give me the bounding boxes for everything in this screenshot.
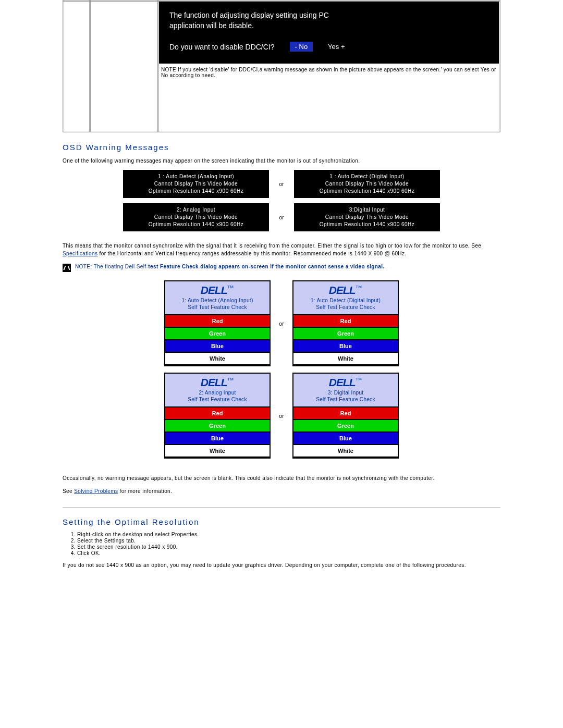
green-bar: Green bbox=[165, 420, 270, 433]
warn1-l1: 1 : Auto Detect (Analog Input) bbox=[128, 173, 264, 180]
warn-box-1: 1 : Auto Detect (Analog Input) Cannot Di… bbox=[123, 170, 269, 198]
no-button[interactable]: - No bbox=[289, 41, 314, 52]
sync-paragraph: This means that the monitor cannot synch… bbox=[63, 242, 500, 257]
red-bar: Red bbox=[293, 408, 398, 420]
ddc-question: Do you want to disable DDC/CI? bbox=[169, 43, 275, 51]
heading-osd-warning: OSD Warning Messages bbox=[63, 143, 500, 152]
warn4-l1: 3:Digital Input bbox=[299, 206, 435, 214]
specifications-link[interactable]: Specifications bbox=[63, 251, 97, 256]
st1-sub2: Self Test Feature Check bbox=[167, 304, 267, 310]
red-bar: Red bbox=[165, 408, 270, 420]
st2-sub2: Self Test Feature Check bbox=[296, 304, 396, 310]
blue-bar: Blue bbox=[293, 433, 398, 445]
solving-problems-link[interactable]: Solving Problems bbox=[74, 488, 118, 494]
tm-label: TM bbox=[356, 377, 362, 381]
st4-sub1: 3: Digital Input bbox=[296, 390, 396, 396]
green-bar: Green bbox=[293, 328, 398, 340]
dell-logo-icon: DELL bbox=[201, 377, 227, 389]
warn4-l3: Optimum Resolution 1440 x900 60Hz bbox=[299, 221, 435, 228]
top-table-col3: The function of adjusting display settin… bbox=[158, 1, 500, 132]
st4-sub2: Self Test Feature Check bbox=[296, 397, 396, 402]
warn2-l1: 1 : Auto Detect (Digital Input) bbox=[299, 173, 435, 180]
note-bold: test Feature Check dialog appears on-scr… bbox=[148, 264, 384, 269]
warn2-l2: Cannot Display This Video Mode bbox=[299, 180, 435, 188]
warn1-l3: Optimum Resolution 1440 x900 60Hz bbox=[128, 188, 264, 195]
warn4-l2: Cannot Display This Video Mode bbox=[299, 214, 435, 221]
st-or-1: or bbox=[271, 280, 292, 366]
warn1-l2: Cannot Display This Video Mode bbox=[128, 180, 264, 188]
tm-label: TM bbox=[227, 377, 234, 381]
tm-label: TM bbox=[356, 285, 362, 289]
step-2: Select the Settings tab. bbox=[77, 538, 500, 544]
ddc-line2: application will be disable. bbox=[169, 21, 488, 30]
yes-button[interactable]: Yes + bbox=[328, 43, 345, 51]
step-4: Click OK. bbox=[77, 550, 500, 556]
selftest-box-4: DELLTM 3: Digital Input Self Test Featur… bbox=[292, 373, 399, 459]
ddc-note: NOTE:If you select 'disable' for DDC/CI,… bbox=[159, 64, 499, 80]
st2-sub1: 1: Auto Detect (Digital Input) bbox=[296, 298, 396, 303]
warn-or-1: or bbox=[269, 170, 294, 198]
warning-message-table: 1 : Auto Detect (Analog Input) Cannot Di… bbox=[123, 170, 440, 231]
step-3: Set the screen resolution to 1440 x 900. bbox=[77, 544, 500, 550]
resolution-steps: Right-click on the desktop and select Pr… bbox=[63, 532, 500, 556]
selftest-box-2: DELLTM 1: Auto Detect (Digital Input) Se… bbox=[292, 280, 399, 366]
note-pre: NOTE: The floating Dell Self- bbox=[75, 264, 148, 269]
blue-bar: Blue bbox=[165, 340, 270, 353]
selftest-box-1: DELLTM 1: Auto Detect (Analog Input) Sel… bbox=[164, 280, 271, 366]
tm-label: TM bbox=[227, 285, 234, 289]
top-table-col2 bbox=[90, 1, 158, 132]
white-bar: White bbox=[165, 353, 270, 365]
red-bar: Red bbox=[165, 315, 270, 328]
step-1: Right-click on the desktop and select Pr… bbox=[77, 532, 500, 537]
selftest-note: NOTE: The floating Dell Self-test Featur… bbox=[63, 264, 500, 272]
top-table: The function of adjusting display settin… bbox=[63, 0, 500, 132]
ddc-dialog: The function of adjusting display settin… bbox=[159, 2, 499, 64]
blue-bar: Blue bbox=[165, 433, 270, 445]
warn-box-3: 2: Analog Input Cannot Display This Vide… bbox=[123, 203, 269, 231]
section-divider bbox=[63, 508, 500, 508]
sync-pre: This means that the monitor cannot synch… bbox=[63, 243, 481, 249]
dell-logo-icon: DELL bbox=[329, 285, 356, 297]
note-icon bbox=[63, 264, 71, 272]
white-bar: White bbox=[165, 445, 270, 458]
warn-box-4: 3:Digital Input Cannot Display This Vide… bbox=[294, 203, 440, 231]
dell-logo-icon: DELL bbox=[329, 377, 356, 389]
sync-post: for the Horizontal and Vertical frequenc… bbox=[100, 251, 407, 256]
note-text: NOTE: The floating Dell Self-test Featur… bbox=[75, 264, 385, 269]
green-bar: Green bbox=[293, 420, 398, 433]
warn-box-2: 1 : Auto Detect (Digital Input) Cannot D… bbox=[294, 170, 440, 198]
selftest-box-3: DELLTM 2: Analog Input Self Test Feature… bbox=[164, 373, 271, 459]
osd-intro-text: One of the following warning messages ma… bbox=[63, 157, 500, 165]
warn3-l2: Cannot Display This Video Mode bbox=[128, 214, 264, 221]
resolution-paragraph: If you do not see 1440 x 900 as an optio… bbox=[63, 561, 500, 569]
white-bar: White bbox=[293, 445, 398, 458]
top-table-col1 bbox=[64, 1, 90, 132]
st3-sub2: Self Test Feature Check bbox=[167, 397, 267, 402]
warn3-l3: Optimum Resolution 1440 x900 60Hz bbox=[128, 221, 264, 228]
warn-or-2: or bbox=[269, 203, 294, 231]
warn2-l3: Optimum Resolution 1440 x900 60Hz bbox=[299, 188, 435, 195]
heading-optimal-resolution: Setting the Optimal Resolution bbox=[63, 517, 500, 526]
see-post: for more information. bbox=[120, 488, 173, 494]
red-bar: Red bbox=[293, 315, 398, 328]
dell-logo-icon: DELL bbox=[201, 285, 227, 297]
st3-sub1: 2: Analog Input bbox=[167, 390, 267, 396]
st-or-2: or bbox=[271, 373, 292, 459]
white-bar: White bbox=[293, 353, 398, 365]
see-problems: See Solving Problems for more informatio… bbox=[63, 487, 500, 495]
ddc-line1: The function of adjusting display settin… bbox=[169, 11, 488, 19]
green-bar: Green bbox=[165, 328, 270, 340]
st1-sub1: 1: Auto Detect (Analog Input) bbox=[167, 298, 267, 303]
warn3-l1: 2: Analog Input bbox=[128, 206, 264, 214]
see-pre: See bbox=[63, 488, 74, 494]
blank-paragraph: Occasionally, no warning message appears… bbox=[63, 474, 500, 482]
selftest-table: DELLTM 1: Auto Detect (Analog Input) Sel… bbox=[164, 280, 399, 459]
blue-bar: Blue bbox=[293, 340, 398, 353]
